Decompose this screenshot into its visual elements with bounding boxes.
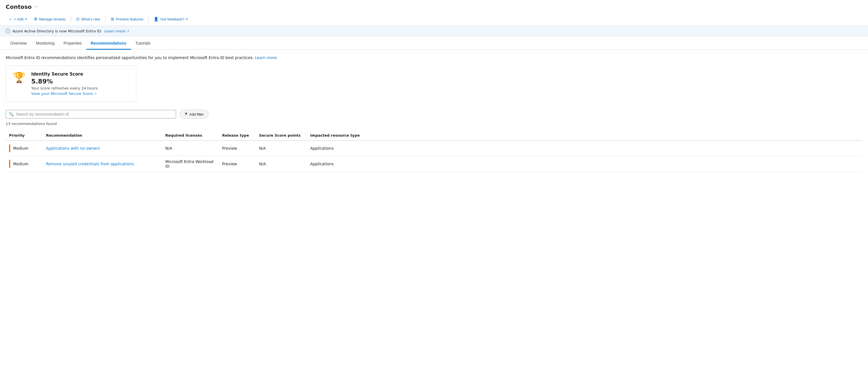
row1-secure-score: N/A bbox=[256, 141, 307, 156]
priority-value: Medium bbox=[13, 146, 28, 151]
manage-tenants-label: Manage tenants bbox=[39, 17, 66, 21]
results-count: 13 recommendations found bbox=[6, 122, 862, 126]
col-header-priority: Priority bbox=[6, 130, 42, 141]
row2-priority: Medium bbox=[6, 156, 42, 172]
score-value: 5.89% bbox=[31, 78, 99, 85]
add-icon: ＋ bbox=[8, 17, 12, 22]
app-title: Contoso bbox=[6, 3, 32, 10]
col-header-recommendation: Recommendation bbox=[42, 130, 162, 141]
row2-secure-score: N/A bbox=[256, 156, 307, 172]
row2-release-type: Preview bbox=[219, 156, 256, 172]
toolbar: ＋ + Add ▾ ⚙ Manage tenants ⊡ What's new … bbox=[0, 12, 868, 26]
priority-indicator bbox=[9, 160, 10, 168]
row1-priority: Medium bbox=[6, 141, 42, 156]
learn-more-desc-label: Learn more bbox=[255, 55, 277, 60]
search-bar-row: 🔍 ⧩ Add filter bbox=[6, 110, 862, 119]
whats-new-label: What's new bbox=[81, 17, 100, 21]
learn-more-description-link[interactable]: Learn more bbox=[255, 55, 277, 60]
table-row: Medium Applications with no owners N/A P… bbox=[6, 141, 862, 156]
preview-features-label: Preview features bbox=[116, 17, 144, 21]
whats-new-button[interactable]: ⊡ What's new bbox=[73, 15, 103, 23]
score-info: Identity Secure Score 5.89% Your score r… bbox=[31, 71, 99, 96]
tab-overview[interactable]: Overview bbox=[6, 37, 31, 50]
feedback-icon: 👤 bbox=[154, 17, 158, 21]
preview-icon: ⊞ bbox=[111, 17, 114, 21]
page-description: Microsoft Entra ID recommendations ident… bbox=[6, 55, 862, 60]
col-header-impacted-resource: Impacted resource type bbox=[307, 130, 862, 141]
description-text: Microsoft Entra ID recommendations ident… bbox=[6, 55, 254, 60]
feedback-dropdown-icon: ▾ bbox=[186, 17, 188, 21]
search-input[interactable] bbox=[16, 112, 173, 117]
search-icon: 🔍 bbox=[9, 112, 13, 117]
row2-impacted-resource: Applications bbox=[307, 156, 862, 172]
recommendation-link-2[interactable]: Remove unused credentials from applicati… bbox=[46, 162, 134, 166]
filter-label: Add filter bbox=[189, 112, 204, 117]
add-label: + Add bbox=[14, 17, 24, 21]
priority-value: Medium bbox=[13, 162, 28, 166]
info-banner-text: Azure Active Directory is now Microsoft … bbox=[12, 29, 102, 33]
tab-tutorials[interactable]: Tutorials bbox=[131, 37, 155, 50]
priority-indicator bbox=[9, 144, 10, 152]
recommendations-table: Priority Recommendation Required license… bbox=[6, 130, 862, 172]
add-filter-button[interactable]: ⧩ Add filter bbox=[180, 110, 209, 119]
recommendation-link-1[interactable]: Applications with no owners bbox=[46, 146, 100, 151]
info-banner: i Azure Active Directory is now Microsof… bbox=[0, 26, 868, 36]
col-header-release-type: Release type bbox=[219, 130, 256, 141]
row2-recommendation: Remove unused credentials from applicati… bbox=[42, 156, 162, 172]
add-button[interactable]: ＋ + Add ▾ bbox=[6, 15, 30, 23]
whats-new-icon: ⊡ bbox=[76, 17, 80, 21]
got-feedback-button[interactable]: 👤 Got feedback? ▾ bbox=[151, 15, 191, 23]
trophy-icon: 🏆 bbox=[13, 71, 26, 84]
score-card: 🏆 Identity Secure Score 5.89% Your score… bbox=[6, 66, 136, 102]
toolbar-separator-3 bbox=[148, 16, 149, 22]
info-icon: i bbox=[6, 29, 10, 33]
score-external-icon: ↗ bbox=[94, 92, 97, 96]
row1-impacted-resource: Applications bbox=[307, 141, 862, 156]
nav-tabs: Overview Monitoring Properties Recommend… bbox=[0, 37, 868, 50]
col-header-secure-score: Secure Score points bbox=[256, 130, 307, 141]
table-row: Medium Remove unused credentials from ap… bbox=[6, 156, 862, 172]
learn-more-banner-label: Learn more bbox=[104, 29, 125, 33]
settings-icon: ⚙ bbox=[34, 17, 37, 22]
add-dropdown-icon: ▾ bbox=[25, 17, 27, 21]
app-ellipsis[interactable]: ··· bbox=[34, 4, 38, 10]
manage-tenants-button[interactable]: ⚙ Manage tenants bbox=[31, 15, 68, 23]
tab-monitoring[interactable]: Monitoring bbox=[31, 37, 59, 50]
toolbar-separator-1 bbox=[71, 16, 71, 22]
page-content: Microsoft Entra ID recommendations ident… bbox=[0, 50, 868, 178]
learn-more-banner-link[interactable]: Learn more ↗ bbox=[104, 29, 129, 33]
search-input-wrap: 🔍 bbox=[6, 110, 176, 118]
row1-recommendation: Applications with no owners bbox=[42, 141, 162, 156]
score-link-label: View your Microsoft Secure Score bbox=[31, 91, 93, 96]
row1-release-type: Preview bbox=[219, 141, 256, 156]
external-link-icon: ↗ bbox=[127, 30, 129, 33]
filter-icon: ⧩ bbox=[184, 112, 187, 117]
view-secure-score-link[interactable]: View your Microsoft Secure Score ↗ bbox=[31, 91, 99, 96]
toolbar-separator-2 bbox=[105, 16, 106, 22]
preview-features-button[interactable]: ⊞ Preview features bbox=[108, 15, 146, 23]
tab-properties[interactable]: Properties bbox=[59, 37, 86, 50]
score-title: Identity Secure Score bbox=[31, 71, 99, 77]
got-feedback-label: Got feedback? bbox=[160, 17, 184, 21]
score-refresh-text: Your score refreshes every 24 hours. bbox=[31, 86, 99, 90]
tab-recommendations[interactable]: Recommendations bbox=[86, 37, 131, 50]
col-header-required-licenses: Required licenses bbox=[162, 130, 219, 141]
row1-required-licenses: N/A bbox=[162, 141, 219, 156]
row2-required-licenses: Microsoft Entra Workload ID bbox=[162, 156, 219, 172]
